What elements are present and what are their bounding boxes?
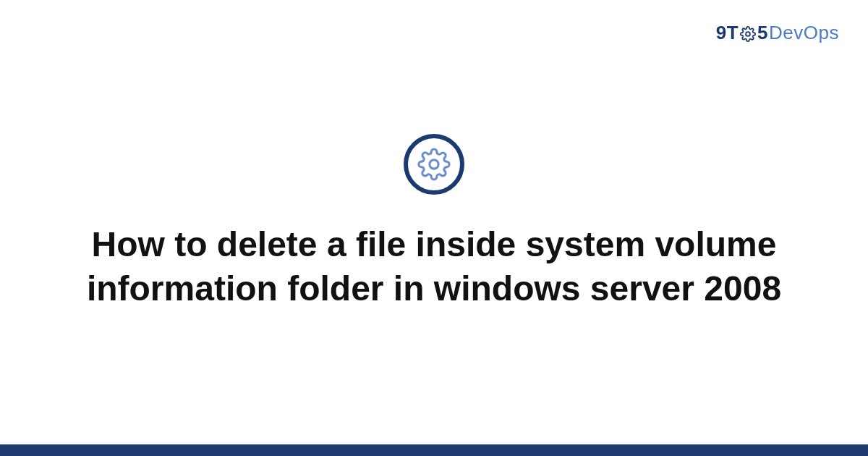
page-title: How to delete a file inside system volum… [80, 222, 788, 311]
bottom-bar [0, 444, 868, 456]
content-area: How to delete a file inside system volum… [0, 0, 868, 444]
svg-point-1 [430, 159, 438, 168]
hero-gear-icon [404, 134, 464, 195]
